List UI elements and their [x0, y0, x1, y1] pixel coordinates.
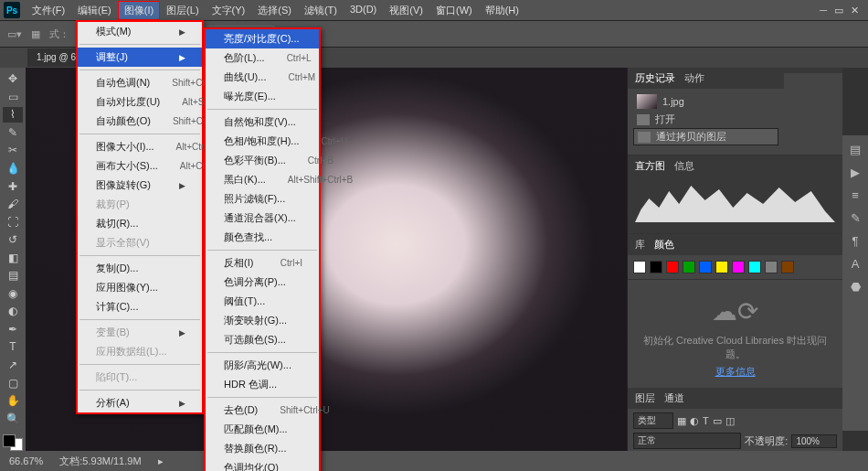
- menu-item[interactable]: 阴影/高光(W)...: [206, 356, 319, 375]
- 3d-panel-icon[interactable]: ⬣: [851, 280, 861, 294]
- menu-4[interactable]: 文字(Y): [206, 1, 252, 20]
- dodge-tool-icon[interactable]: ◐: [3, 304, 23, 319]
- menu-item[interactable]: 自动色调(N)Shift+Ctrl+L: [78, 73, 202, 92]
- menu-item[interactable]: 分析(A)▶: [78, 393, 202, 412]
- history-step-copy-layer[interactable]: 通过拷贝的图层: [633, 128, 778, 145]
- menu-item[interactable]: 色彩平衡(B)...Ctrl+B: [206, 151, 319, 170]
- maximize-button[interactable]: ▭: [834, 5, 843, 16]
- status-arrow-icon[interactable]: ▸: [158, 455, 164, 467]
- menu-item[interactable]: 模式(M)▶: [78, 22, 202, 41]
- actions-panel-icon[interactable]: ▶: [851, 166, 860, 179]
- swatch[interactable]: [683, 261, 695, 273]
- menu-item[interactable]: 去色(D)Shift+Ctrl+U: [206, 401, 319, 420]
- menu-item[interactable]: 自然饱和度(V)...: [206, 112, 319, 132]
- selection-add-icon[interactable]: ▦: [31, 28, 40, 40]
- library-tab[interactable]: 库: [635, 238, 645, 252]
- close-button[interactable]: ✕: [851, 5, 859, 16]
- swatch[interactable]: [781, 261, 794, 273]
- menu-item[interactable]: 色调均化(Q): [206, 458, 319, 471]
- brushes-panel-icon[interactable]: ✎: [851, 211, 861, 225]
- swatch[interactable]: [715, 261, 728, 273]
- crop-tool-icon[interactable]: ✂: [3, 143, 23, 158]
- layers-tab[interactable]: 图层: [635, 391, 655, 405]
- brush-tool-icon[interactable]: 🖌: [3, 197, 23, 212]
- filter-smart-icon[interactable]: ◫: [725, 415, 735, 427]
- quick-select-tool-icon[interactable]: ✎: [3, 125, 23, 141]
- history-source[interactable]: 1.jpg: [633, 92, 778, 111]
- menu-item[interactable]: 自动颜色(O)Shift+Ctrl+B: [78, 112, 202, 131]
- history-step-open[interactable]: 打开: [633, 111, 778, 128]
- menu-item[interactable]: 黑白(K)...Alt+Shift+Ctrl+B: [206, 170, 319, 189]
- menu-item[interactable]: 阈值(T)...: [206, 292, 319, 311]
- history-tab[interactable]: 历史记录: [635, 71, 675, 85]
- gradient-tool-icon[interactable]: ▤: [3, 268, 23, 284]
- move-tool-icon[interactable]: ✥: [3, 71, 23, 87]
- info-tab[interactable]: 信息: [674, 159, 694, 173]
- menu-item[interactable]: 画布大小(S)...Alt+Ctrl+C: [78, 156, 202, 176]
- tool-preset-icon[interactable]: ▭▾: [7, 28, 22, 40]
- blur-tool-icon[interactable]: ◉: [3, 286, 23, 302]
- filter-pixel-icon[interactable]: ▦: [677, 415, 686, 427]
- swatches-tab[interactable]: 颜色: [654, 238, 674, 252]
- menu-item[interactable]: 可选颜色(S)...: [206, 330, 319, 349]
- shape-tool-icon[interactable]: ▢: [3, 375, 23, 391]
- swatch[interactable]: [765, 261, 778, 273]
- histogram-tab[interactable]: 直方图: [635, 159, 665, 173]
- zoom-level[interactable]: 66.67%: [9, 455, 43, 466]
- menu-0[interactable]: 文件(F): [26, 1, 71, 20]
- layer-filter-kind[interactable]: 类型: [633, 412, 673, 429]
- healing-tool-icon[interactable]: ✚: [3, 178, 23, 194]
- stamp-tool-icon[interactable]: ⛶: [3, 214, 23, 230]
- swatch[interactable]: [650, 261, 662, 273]
- menu-item[interactable]: 复制(D)...: [78, 259, 202, 278]
- menu-item[interactable]: 替换颜色(R)...: [206, 439, 319, 458]
- menu-item[interactable]: 色调分离(P)...: [206, 273, 319, 292]
- history-panel-icon[interactable]: ▤: [850, 143, 861, 156]
- swatch[interactable]: [748, 261, 761, 273]
- cc-libraries-more-link[interactable]: 更多信息: [637, 365, 833, 379]
- history-brush-tool-icon[interactable]: ↺: [3, 232, 23, 248]
- color-swatches[interactable]: [3, 434, 23, 451]
- filter-shape-icon[interactable]: ▭: [713, 415, 722, 427]
- menu-item[interactable]: 调整(J)▶: [78, 48, 202, 67]
- actions-tab[interactable]: 动作: [684, 71, 704, 85]
- character-panel-icon[interactable]: A: [852, 257, 860, 271]
- eraser-tool-icon[interactable]: ◧: [3, 250, 23, 265]
- menu-9[interactable]: 窗口(W): [429, 1, 479, 20]
- menu-item[interactable]: 应用图像(Y)...: [78, 278, 202, 297]
- menu-item[interactable]: 计算(C)...: [78, 297, 202, 316]
- menu-10[interactable]: 帮助(H): [479, 1, 525, 20]
- menu-item[interactable]: 自动对比度(U)Alt+Shift+Ctrl+L: [78, 92, 202, 112]
- path-tool-icon[interactable]: ↗: [3, 358, 23, 373]
- menu-7[interactable]: 3D(D): [344, 1, 383, 20]
- menu-item[interactable]: 亮度/对比度(C)...: [206, 29, 319, 48]
- menu-2[interactable]: 图像(I): [118, 1, 160, 20]
- menu-item[interactable]: 匹配颜色(M)...: [206, 420, 319, 439]
- swatch[interactable]: [699, 261, 712, 273]
- menu-item[interactable]: HDR 色调...: [206, 375, 319, 394]
- type-tool-icon[interactable]: T: [3, 339, 23, 355]
- filter-type-icon[interactable]: T: [703, 415, 709, 426]
- menu-item[interactable]: 图像旋转(G)▶: [78, 176, 202, 195]
- menu-item[interactable]: 图像大小(I)...Alt+Ctrl+I: [78, 137, 202, 156]
- swatch[interactable]: [732, 261, 745, 273]
- menu-item[interactable]: 裁切(R)...: [78, 214, 202, 233]
- menu-item[interactable]: 照片滤镜(F)...: [206, 189, 319, 209]
- menu-1[interactable]: 编辑(E): [71, 1, 118, 20]
- zoom-tool-icon[interactable]: 🔍: [3, 411, 23, 426]
- menu-8[interactable]: 视图(V): [383, 1, 429, 20]
- swatch[interactable]: [633, 261, 646, 273]
- hand-tool-icon[interactable]: ✋: [3, 393, 23, 409]
- menu-item[interactable]: 曲线(U)...Ctrl+M: [206, 68, 319, 87]
- menu-item[interactable]: 色阶(L)...Ctrl+L: [206, 48, 319, 68]
- menu-6[interactable]: 滤镜(T): [298, 1, 344, 20]
- properties-panel-icon[interactable]: ≡: [852, 188, 859, 202]
- menu-item[interactable]: 反相(I)Ctrl+I: [206, 253, 319, 273]
- menu-item[interactable]: 渐变映射(G)...: [206, 311, 319, 330]
- pen-tool-icon[interactable]: ✒: [3, 322, 23, 337]
- menu-3[interactable]: 图层(L): [160, 1, 205, 20]
- filter-adjust-icon[interactable]: ◐: [690, 415, 699, 427]
- lasso-tool-icon[interactable]: ⌇: [3, 107, 23, 123]
- menu-item[interactable]: 颜色查找...: [206, 228, 319, 247]
- minimize-button[interactable]: ─: [820, 5, 827, 16]
